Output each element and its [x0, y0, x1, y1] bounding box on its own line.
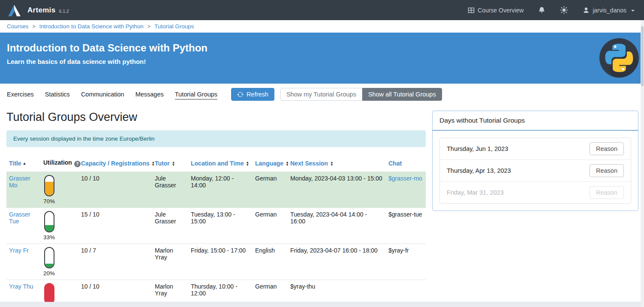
table-row: Grasser Tue 33% 15 / 10 Jule Grasser Tue…: [6, 208, 426, 244]
table-header-row: Title▲ Utilization? Capacity / Registrat…: [6, 156, 426, 172]
chevron-down-icon: [631, 10, 635, 12]
free-day-date: Friday, Mar 31, 2023: [447, 189, 504, 196]
chat-channel-link[interactable]: $grasser-mo: [388, 175, 422, 182]
notifications-button[interactable]: [538, 6, 545, 14]
footer-bar: [0, 302, 644, 307]
grid-icon: [468, 7, 475, 14]
next-session-cell: Friday, 2023-04-07 16:00 - 18:00: [288, 244, 386, 280]
utilization-gauge: [44, 211, 54, 232]
column-header-location[interactable]: Location and Time▲▼: [188, 156, 253, 172]
tutorial-groups-filter: Show my Tutorial Groups Show all Tutoria…: [280, 88, 442, 101]
language-cell: English: [253, 244, 288, 280]
main-content: Tutorial Groups Overview Every session d…: [0, 105, 644, 307]
utilization-gauge: [44, 247, 54, 268]
scrollbar-thumb[interactable]: [641, 26, 644, 86]
navbar-actions: Course Overview jarvis_danos: [468, 6, 635, 14]
breadcrumb: Courses > Introduction to Data Science w…: [0, 20, 644, 33]
sort-icon: ▲▼: [330, 161, 333, 166]
card-body: Thursday, Jun 1, 2023 Reason Thursday, A…: [433, 131, 638, 211]
show-all-tutorial-groups-button[interactable]: Show all Tutorial Groups: [362, 88, 442, 101]
column-header-chat: Chat: [386, 156, 426, 172]
schedule-cell: Friday, 15:00 - 17:00: [188, 244, 253, 280]
course-overview-link[interactable]: Course Overview: [468, 7, 524, 14]
course-tabs-bar: Exercises Statistics Communication Messa…: [0, 84, 644, 105]
free-days-list: Thursday, Jun 1, 2023 Reason Thursday, A…: [439, 138, 631, 204]
chat-channel-link[interactable]: $grasser-tue: [388, 211, 422, 218]
course-header-banner: Introduction to Data Science with Python…: [0, 33, 644, 84]
sort-icon: ▲▼: [286, 161, 289, 166]
reason-button[interactable]: Reason: [590, 164, 624, 177]
user-menu[interactable]: jarvis_danos: [583, 7, 635, 14]
tab-communication[interactable]: Communication: [81, 89, 124, 99]
breadcrumb-course[interactable]: Introduction to Data Science with Python: [39, 23, 144, 30]
person-icon: [583, 7, 590, 14]
refresh-button[interactable]: Refresh: [231, 88, 274, 101]
next-session-cell: Monday, 2023-04-03 13:00 - 15:00: [288, 172, 386, 208]
days-without-tutorial-groups-card: Days without Tutorial Groups Thursday, J…: [432, 111, 638, 211]
refresh-label: Refresh: [247, 91, 268, 98]
sort-icon: ▲▼: [152, 161, 155, 166]
sort-icon: ▲▼: [246, 161, 249, 166]
language-cell: German: [253, 172, 288, 208]
list-item: Friday, Mar 31, 2023 Reason: [440, 181, 631, 203]
top-navbar: Artemis 6.1.2 Course Overview: [0, 0, 644, 20]
tab-messages[interactable]: Messages: [135, 89, 164, 99]
course-title: Introduction to Data Science with Python: [7, 42, 634, 54]
tutor-cell: Marlon Yray: [152, 244, 188, 280]
theme-toggle[interactable]: [560, 6, 568, 14]
capacity-cell: 10 / 7: [78, 244, 152, 280]
artemis-logo-icon: [7, 3, 22, 17]
tab-exercises[interactable]: Exercises: [7, 89, 34, 99]
table-row: Yray Fr 20% 10 / 7 Marlon Yray Friday, 1…: [6, 244, 426, 280]
utilization-value: 20%: [43, 270, 76, 277]
list-item: Thursday, Jun 1, 2023 Reason: [440, 138, 631, 160]
next-session-cell: Tuesday, 2023-04-04 14:00 - 16:00: [288, 208, 386, 244]
column-header-next-session[interactable]: Next Session▲▼: [288, 156, 386, 172]
tutorial-group-link[interactable]: Yray Thu: [9, 283, 33, 290]
capacity-cell: 15 / 10: [78, 208, 152, 244]
brand[interactable]: Artemis 6.1.2: [7, 3, 69, 17]
column-header-capacity[interactable]: Capacity / Registrations▲▼: [78, 156, 152, 172]
tutorial-groups-panel: Tutorial Groups Overview Every session d…: [6, 111, 426, 307]
breadcrumb-courses[interactable]: Courses: [7, 23, 28, 30]
capacity-cell: 10 / 10: [78, 172, 152, 208]
column-header-title[interactable]: Title▲: [6, 156, 41, 172]
schedule-cell: Monday, 12:00 - 14:00: [188, 172, 253, 208]
sort-asc-icon: ▲: [23, 161, 27, 166]
utilization-gauge: [44, 175, 54, 196]
brand-name: Artemis: [27, 6, 55, 15]
tab-statistics[interactable]: Statistics: [45, 89, 70, 99]
free-day-date: Thursday, Jun 1, 2023: [447, 145, 508, 152]
table-row: Grasser Mo 70% 10 / 10 Jule Grasser Mond…: [6, 172, 426, 208]
list-item: Thursday, Apr 13, 2023 Reason: [440, 160, 631, 181]
sun-icon: [560, 6, 568, 14]
tutorial-group-link[interactable]: Yray Fr: [9, 247, 29, 254]
chat-channel-link[interactable]: $yray-thu: [290, 283, 315, 290]
schedule-cell: Tuesday, 13:00 - 15:00: [188, 208, 253, 244]
free-day-date: Thursday, Apr 13, 2023: [447, 167, 511, 174]
chat-channel-link[interactable]: $yray-fr: [388, 247, 409, 254]
utilization-value: 70%: [43, 198, 76, 205]
breadcrumb-separator: >: [147, 24, 150, 30]
breadcrumb-tutorial-groups[interactable]: Tutorial Groups: [154, 23, 194, 30]
language-cell: German: [253, 208, 288, 244]
version-label: 6.1.2: [59, 9, 69, 14]
show-my-tutorial-groups-button[interactable]: Show my Tutorial Groups: [280, 88, 362, 101]
tutor-cell: Jule Grasser: [152, 208, 188, 244]
page-scrollbar[interactable]: [641, 20, 644, 307]
python-course-icon: [599, 38, 639, 78]
tab-tutorial-groups[interactable]: Tutorial Groups: [175, 89, 217, 99]
course-subtitle: Learn the basics of data science with py…: [7, 58, 634, 65]
page-title: Tutorial Groups Overview: [6, 111, 426, 124]
help-icon[interactable]: ?: [74, 161, 81, 167]
column-header-utilization: Utilization?: [41, 156, 78, 172]
tutorial-group-link[interactable]: Grasser Mo: [9, 175, 30, 189]
course-overview-label: Course Overview: [478, 7, 524, 14]
card-title: Days without Tutorial Groups: [433, 111, 638, 131]
tutorial-groups-table: Title▲ Utilization? Capacity / Registrat…: [6, 156, 426, 307]
tutorial-group-link[interactable]: Grasser Tue: [9, 211, 30, 225]
column-header-tutor[interactable]: Tutor▲▼: [152, 156, 188, 172]
reason-button[interactable]: Reason: [590, 142, 624, 155]
breadcrumb-separator: >: [32, 24, 35, 30]
column-header-language[interactable]: Language▲▼: [253, 156, 288, 172]
